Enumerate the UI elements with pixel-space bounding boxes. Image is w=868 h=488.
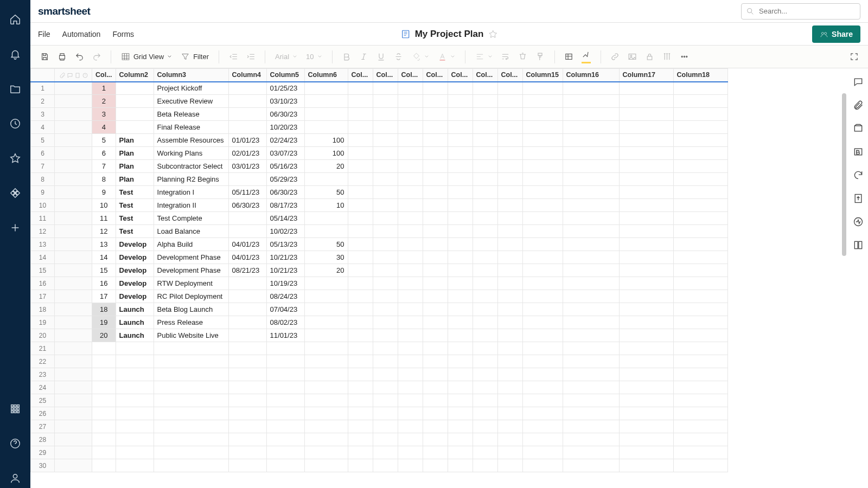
- cell[interactable]: [423, 342, 448, 355]
- cell[interactable]: [673, 212, 727, 225]
- table-row[interactable]: 1818LaunchBeta Blog Launch07/04/23: [31, 303, 728, 316]
- undo-icon[interactable]: [72, 49, 87, 65]
- cell[interactable]: [619, 381, 673, 394]
- cell[interactable]: [373, 381, 398, 394]
- table-row[interactable]: 22Executive Review03/10/23: [31, 95, 728, 108]
- cell[interactable]: [398, 251, 423, 264]
- cell[interactable]: [398, 264, 423, 277]
- menu-forms[interactable]: Forms: [112, 30, 134, 38]
- row-number[interactable]: 6: [31, 147, 55, 160]
- row-icons[interactable]: [55, 134, 92, 147]
- cell[interactable]: [398, 342, 423, 355]
- workapps-icon[interactable]: [5, 183, 25, 203]
- cell[interactable]: [92, 433, 116, 446]
- cell[interactable]: [522, 381, 563, 394]
- cell[interactable]: [497, 420, 522, 433]
- cell[interactable]: [348, 316, 373, 329]
- cell[interactable]: [154, 407, 228, 420]
- table-row[interactable]: 1212TestLoad Balance10/02/23: [31, 225, 728, 238]
- cell[interactable]: [522, 160, 563, 173]
- cell[interactable]: [563, 264, 619, 277]
- cell[interactable]: [373, 147, 398, 160]
- cell[interactable]: [228, 329, 266, 342]
- more-icon[interactable]: [677, 49, 692, 65]
- cell[interactable]: [673, 95, 727, 108]
- cell[interactable]: [423, 407, 448, 420]
- cell[interactable]: [423, 446, 448, 459]
- cell[interactable]: Development Phase: [154, 251, 228, 264]
- cell[interactable]: [304, 121, 348, 134]
- column-header[interactable]: Column17: [619, 69, 673, 82]
- favorites-icon[interactable]: [5, 149, 25, 168]
- cell[interactable]: [673, 329, 727, 342]
- grid-area[interactable]: Col...Column2Column3Column4Column5Column…: [30, 68, 868, 488]
- cell[interactable]: [348, 238, 373, 251]
- row-number[interactable]: 11: [31, 212, 55, 225]
- cell[interactable]: [619, 407, 673, 420]
- cell[interactable]: [92, 342, 116, 355]
- cell[interactable]: [92, 459, 116, 472]
- table-row[interactable]: 29: [31, 446, 728, 459]
- cell[interactable]: 20: [92, 329, 116, 342]
- cell[interactable]: Launch: [116, 329, 154, 342]
- cell[interactable]: Develop: [116, 251, 154, 264]
- cell[interactable]: [373, 264, 398, 277]
- cell[interactable]: [473, 394, 497, 407]
- table-row[interactable]: 27: [31, 420, 728, 433]
- cell[interactable]: [228, 355, 266, 368]
- cell[interactable]: 11: [92, 212, 116, 225]
- cell[interactable]: [373, 277, 398, 290]
- cell[interactable]: [398, 316, 423, 329]
- row-icons[interactable]: [55, 199, 92, 212]
- cell[interactable]: [373, 108, 398, 121]
- lock-icon[interactable]: [642, 49, 658, 65]
- cell[interactable]: [522, 420, 563, 433]
- cell[interactable]: [563, 459, 619, 472]
- row-icons[interactable]: [55, 173, 92, 186]
- cell[interactable]: [348, 433, 373, 446]
- cell[interactable]: [522, 225, 563, 238]
- row-number[interactable]: 15: [31, 264, 55, 277]
- bold-icon[interactable]: [339, 49, 354, 65]
- row-icons[interactable]: [55, 95, 92, 108]
- cell[interactable]: 20: [304, 264, 348, 277]
- cell[interactable]: [673, 199, 727, 212]
- cell[interactable]: Develop: [116, 238, 154, 251]
- cell[interactable]: [423, 368, 448, 381]
- expand-icon[interactable]: [846, 49, 861, 65]
- row-number[interactable]: 17: [31, 290, 55, 303]
- cell[interactable]: [228, 82, 266, 95]
- cell[interactable]: [348, 277, 373, 290]
- cell[interactable]: [373, 316, 398, 329]
- cell[interactable]: [497, 459, 522, 472]
- cell[interactable]: [673, 264, 727, 277]
- cell[interactable]: [473, 134, 497, 147]
- cell[interactable]: 6: [92, 147, 116, 160]
- cell[interactable]: [673, 121, 727, 134]
- cell[interactable]: [398, 225, 423, 238]
- cell[interactable]: Develop: [116, 290, 154, 303]
- cell[interactable]: 17: [92, 290, 116, 303]
- column-header[interactable]: Col...: [348, 69, 373, 82]
- cell[interactable]: [448, 121, 473, 134]
- cell[interactable]: [373, 95, 398, 108]
- cell[interactable]: [304, 355, 348, 368]
- clear-format-icon[interactable]: [515, 49, 531, 65]
- cell[interactable]: [473, 329, 497, 342]
- row-number[interactable]: 19: [31, 316, 55, 329]
- underline-icon[interactable]: [374, 49, 389, 65]
- cell[interactable]: [373, 225, 398, 238]
- cell[interactable]: [228, 277, 266, 290]
- row-number[interactable]: 14: [31, 251, 55, 264]
- row-icons[interactable]: [55, 355, 92, 368]
- cell[interactable]: [673, 342, 727, 355]
- cell[interactable]: [522, 82, 563, 95]
- cell[interactable]: [448, 264, 473, 277]
- cell[interactable]: [228, 342, 266, 355]
- cell[interactable]: [522, 329, 563, 342]
- cell[interactable]: 06/30/23: [266, 108, 304, 121]
- cell[interactable]: [563, 225, 619, 238]
- table-row[interactable]: 1010TestIntegration II06/30/2308/17/2310: [31, 199, 728, 212]
- cell[interactable]: 07/04/23: [266, 303, 304, 316]
- row-icons[interactable]: [55, 303, 92, 316]
